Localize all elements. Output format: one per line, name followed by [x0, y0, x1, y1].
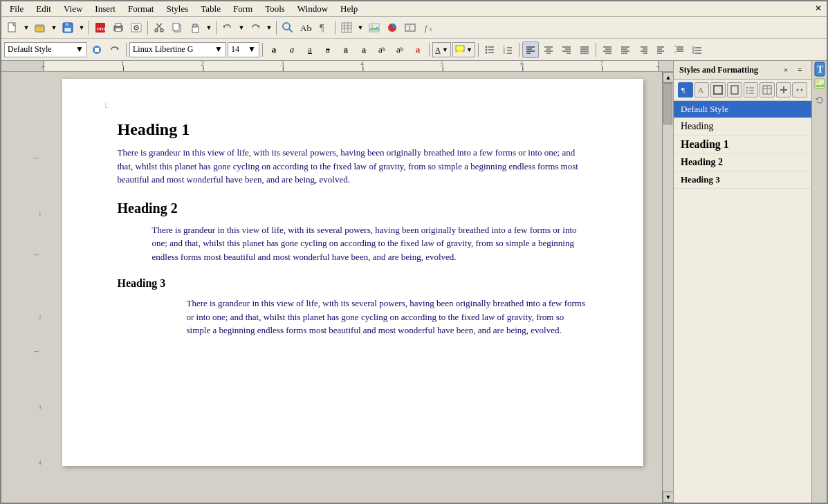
formula-button[interactable]: fx	[420, 19, 436, 36]
image-button[interactable]	[366, 19, 383, 36]
subscript-button[interactable]: ab	[392, 41, 408, 58]
chart-button[interactable]	[384, 19, 401, 36]
superscript-button[interactable]: ab	[374, 41, 390, 58]
decrease-indent-button[interactable]	[653, 41, 670, 58]
highlight-button[interactable]: ▼	[452, 42, 475, 57]
numbered-list-button[interactable]: 1.2.3.	[499, 41, 516, 58]
menu-help[interactable]: Help	[335, 2, 363, 16]
style-item-heading2[interactable]: Heading 2	[674, 154, 811, 171]
cat-list-button[interactable]	[744, 82, 759, 97]
menu-format[interactable]: Format	[122, 2, 160, 16]
menu-form[interactable]: Form	[228, 2, 258, 16]
svg-point-45	[485, 46, 487, 48]
cat-char-button[interactable]: A	[694, 82, 710, 97]
size-dropdown[interactable]: 14 ▼	[228, 42, 259, 57]
undo-dropdown-button[interactable]: ▼	[237, 19, 246, 36]
open-button[interactable]	[32, 19, 48, 36]
style-picker-button[interactable]	[89, 41, 105, 58]
sep3	[216, 21, 217, 35]
svg-text:¶: ¶	[681, 86, 685, 94]
redo-button[interactable]	[247, 19, 264, 36]
undo-button[interactable]	[219, 19, 236, 36]
style-item-heading3[interactable]: Heading 3	[674, 171, 811, 189]
align-right-button[interactable]	[558, 41, 575, 58]
redo-dropdown-button[interactable]: ▼	[265, 19, 273, 36]
table-dropdown-button[interactable]: ▼	[356, 19, 365, 36]
menu-view[interactable]: View	[58, 2, 88, 16]
underline-button[interactable]: a	[302, 41, 318, 58]
sidebar-rotate-icon[interactable]	[813, 94, 826, 106]
style-item-default[interactable]: Default Style	[674, 101, 811, 118]
shadow-button[interactable]: a	[356, 41, 372, 58]
cat-page-button[interactable]	[727, 82, 742, 97]
sidebar-image-icon[interactable]	[813, 79, 826, 91]
table-button[interactable]	[338, 19, 355, 36]
list-indent-button[interactable]	[599, 41, 616, 58]
scroll-thumb[interactable]	[663, 83, 672, 124]
menu-file[interactable]: File	[4, 2, 29, 16]
bullets-button[interactable]	[481, 41, 498, 58]
menu-styles[interactable]: Styles	[160, 2, 194, 16]
scroll-down-arrow[interactable]: ▼	[663, 492, 673, 503]
cat-more-button[interactable]	[792, 82, 807, 97]
close-window-icon[interactable]: ✕	[813, 3, 824, 15]
style-dropdown[interactable]: Default Style ▼	[4, 42, 87, 57]
outdent-button[interactable]	[617, 41, 634, 58]
paste-button[interactable]	[187, 19, 203, 36]
preview-button[interactable]	[128, 19, 145, 36]
style-item-heading[interactable]: Heading	[674, 118, 811, 136]
cat-new-style-button[interactable]	[776, 82, 791, 97]
strikethrough-button[interactable]: a	[320, 41, 336, 58]
open-dropdown-button[interactable]: ▼	[50, 19, 58, 36]
scroll-up-arrow[interactable]: ▲	[663, 72, 673, 83]
line-spacing-button[interactable]	[689, 41, 706, 58]
svg-text:x: x	[429, 25, 432, 32]
cat-frame-button[interactable]	[710, 82, 726, 97]
paste-dropdown-button[interactable]: ▼	[205, 19, 213, 36]
outline-button[interactable]: a	[338, 41, 354, 58]
font-dropdown[interactable]: Linux Libertine G ▼	[129, 42, 226, 57]
menu-table[interactable]: Table	[195, 2, 226, 16]
update-style-button[interactable]	[107, 41, 123, 58]
styles-panel-close-btn[interactable]: ×	[780, 64, 792, 76]
spellcheck-button[interactable]: Abc	[297, 19, 314, 36]
menu-insert[interactable]: Insert	[89, 2, 121, 16]
svg-text:3.: 3.	[503, 50, 506, 55]
para-spacing-button[interactable]	[671, 41, 688, 58]
textbox-button[interactable]: T	[402, 19, 418, 36]
italic-button[interactable]: a	[284, 41, 300, 58]
cat-para-button[interactable]: ¶	[678, 82, 693, 97]
align-center-button[interactable]	[540, 41, 557, 58]
formatting-marks-button[interactable]: ¶	[315, 19, 332, 36]
new-button[interactable]	[4, 19, 21, 36]
style-item-heading1[interactable]: Heading 1	[674, 136, 811, 154]
increase-indent-button[interactable]	[635, 41, 652, 58]
menu-window[interactable]: Window	[292, 2, 333, 16]
align-left-button[interactable]	[522, 41, 539, 58]
svg-rect-19	[173, 24, 179, 30]
align-justify-button[interactable]	[576, 41, 593, 58]
font-color-button[interactable]: A ▼	[432, 42, 451, 57]
print-button[interactable]	[110, 19, 127, 36]
clear-format-button[interactable]: a	[410, 41, 426, 58]
svg-text:A: A	[698, 86, 703, 94]
cut-button[interactable]	[151, 19, 167, 36]
style-dropdown-arrow: ▼	[75, 44, 84, 55]
cat-table-button[interactable]	[760, 82, 775, 97]
app-window: File Edit View Insert Format Styles Tabl…	[0, 0, 828, 504]
doc-scroll-area[interactable]: └ ┘ Heading 1 There is grandeur in this …	[43, 72, 662, 503]
menu-tools[interactable]: Tools	[259, 2, 291, 16]
toolbar-format: Default Style ▼ Linux Libertine G ▼ 14 ▼…	[1, 39, 827, 61]
find-button[interactable]	[279, 19, 296, 36]
pdf-button[interactable]: PDF	[92, 19, 109, 36]
new-dropdown-button[interactable]: ▼	[22, 19, 30, 36]
svg-text:4: 4	[360, 61, 364, 67]
styles-panel-menu-btn[interactable]: ≡	[793, 64, 806, 76]
save-dropdown-button[interactable]: ▼	[77, 19, 86, 36]
menu-edit[interactable]: Edit	[30, 2, 57, 16]
svg-marker-93	[674, 51, 676, 53]
sidebar-text-icon[interactable]: T	[813, 64, 826, 76]
bold-button[interactable]: a	[266, 41, 282, 58]
save-button[interactable]	[59, 19, 76, 36]
copy-button[interactable]	[169, 19, 185, 36]
